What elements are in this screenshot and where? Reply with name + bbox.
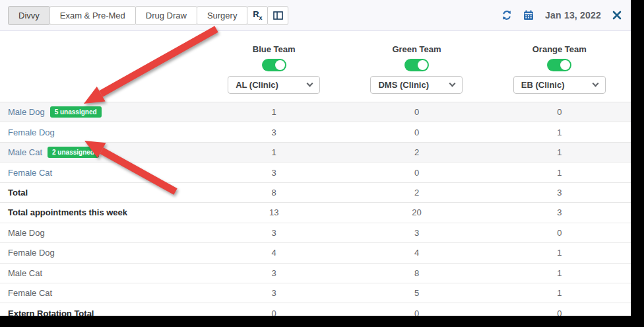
cell-value: 1 (203, 107, 345, 117)
team-select-green[interactable]: DMS (Clinic) (370, 76, 463, 94)
tab-drug-draw[interactable]: Drug Draw (135, 6, 197, 25)
table-row[interactable]: Male Cat381 (0, 264, 631, 283)
calendar-button[interactable] (523, 10, 534, 20)
chevron-down-icon (449, 81, 456, 87)
cell-value: 3 (488, 188, 631, 198)
screenshot-border-right (631, 0, 644, 327)
cell-value: 3 (203, 268, 345, 278)
refresh-button[interactable] (501, 10, 512, 20)
cell-value: 4 (203, 248, 345, 258)
unassigned-badge: 2 unassigned (48, 147, 99, 158)
table-row[interactable]: Female Cat301 (0, 163, 631, 182)
table-row[interactable]: Male Dog5 unassigned100 (0, 102, 631, 122)
cell-value: 0 (345, 107, 488, 117)
divvy-table: Blue Team AL (Clinic) Green Team DMS (Cl… (0, 31, 631, 324)
team-column-orange: Orange Team EB (Clinic) (488, 44, 631, 94)
table-row[interactable]: Male Dog330 (0, 223, 631, 243)
cell-value: 3 (203, 168, 345, 178)
cell-value: 0 (488, 228, 631, 238)
team-select-orange[interactable]: EB (Clinic) (513, 76, 606, 94)
calendar-icon (523, 10, 534, 20)
tab-exam-pre-med[interactable]: Exam & Pre-Med (49, 6, 136, 25)
row-label[interactable]: Female Dog (8, 127, 55, 137)
table-row[interactable]: Female Dog441 (0, 243, 631, 263)
rx-icon: Rx (253, 10, 262, 21)
rx-button[interactable]: Rx (247, 6, 268, 25)
team-column-blue: Blue Team AL (Clinic) (203, 44, 345, 94)
toggle-knob (560, 60, 570, 70)
cell-value: 3 (488, 207, 631, 217)
label-column-spacer (0, 44, 203, 94)
cell-value: 0 (345, 127, 488, 137)
cell-value: 3 (203, 288, 345, 298)
table-row[interactable]: Male Cat2 unassigned121 (0, 143, 631, 163)
cell-value: 1 (488, 268, 631, 278)
columns-icon (273, 11, 283, 20)
cell-value: 3 (203, 228, 345, 238)
team-name: Orange Team (532, 44, 587, 54)
row-label: Male Cat (8, 268, 42, 278)
team-column-green: Green Team DMS (Clinic) (345, 44, 488, 94)
cell-value: 1 (488, 288, 631, 298)
columns-button[interactable] (267, 6, 288, 25)
table-body: Male Dog5 unassigned100Female Dog301Male… (0, 102, 631, 324)
tab-surgery[interactable]: Surgery (197, 6, 248, 25)
cell-value: 1 (488, 248, 631, 258)
selected-option: EB (Clinic) (521, 80, 565, 90)
row-label-cell: Total (0, 188, 203, 198)
row-label: Female Cat (8, 288, 52, 298)
close-button[interactable] (612, 11, 622, 20)
row-label-cell: Male Dog5 unassigned (0, 106, 203, 118)
cell-value: 1 (488, 147, 631, 157)
app-window: Divvy Exam & Pre-Med Drug Draw Surgery R… (0, 0, 644, 327)
cell-value: 8 (203, 188, 345, 198)
cell-value: 1 (488, 168, 631, 178)
cell-value: 3 (203, 127, 345, 137)
row-label: Female Dog (8, 248, 55, 258)
row-label-cell: Female Cat (0, 168, 203, 178)
row-label[interactable]: Male Dog (8, 107, 45, 117)
tab-group: Divvy Exam & Pre-Med Drug Draw Surgery R… (8, 6, 288, 25)
cell-value: 2 (345, 147, 488, 157)
cell-value: 1 (203, 147, 345, 157)
selected-option: DMS (Clinic) (378, 80, 429, 90)
table-row[interactable]: Total appointments this week13203 (0, 203, 631, 223)
selected-option: AL (Clinic) (236, 80, 278, 90)
row-label-cell: Female Cat (0, 288, 203, 298)
unassigned-badge: 5 unassigned (50, 106, 102, 118)
toggle-knob (275, 60, 285, 70)
cell-value: 13 (203, 207, 345, 217)
cell-value: 3 (345, 228, 488, 238)
chevron-down-icon (592, 81, 598, 87)
cell-value: 5 (345, 288, 488, 298)
row-label[interactable]: Female Cat (8, 168, 52, 178)
table-row[interactable]: Female Dog301 (0, 122, 631, 142)
row-label-cell: Male Dog (0, 228, 203, 238)
row-label: Male Dog (8, 228, 45, 238)
row-label: Total (8, 188, 28, 198)
screenshot-border-bottom (0, 316, 644, 327)
toolbar: Divvy Exam & Pre-Med Drug Draw Surgery R… (0, 0, 631, 31)
row-label: Total appointments this week (8, 207, 127, 217)
date-label: Jan 13, 2022 (545, 10, 601, 20)
row-label-cell: Female Dog (0, 248, 203, 258)
table-row[interactable]: Total823 (0, 183, 631, 203)
team-select-blue[interactable]: AL (Clinic) (228, 76, 320, 94)
tab-divvy[interactable]: Divvy (8, 6, 50, 25)
close-icon (612, 11, 622, 20)
row-label-cell: Total appointments this week (0, 207, 203, 217)
team-name: Green Team (392, 44, 441, 54)
cell-value: 4 (345, 248, 488, 258)
toolbar-right: Jan 13, 2022 (501, 10, 622, 20)
team-toggle-green[interactable] (404, 59, 429, 71)
row-label-cell: Female Dog (0, 127, 203, 137)
team-toggle-blue[interactable] (262, 59, 286, 71)
team-toggle-orange[interactable] (547, 59, 571, 71)
cell-value: 0 (488, 107, 631, 117)
table-header: Blue Team AL (Clinic) Green Team DMS (Cl… (0, 31, 631, 102)
refresh-icon (501, 10, 512, 20)
row-label[interactable]: Male Cat (8, 147, 42, 157)
cell-value: 2 (345, 188, 488, 198)
table-row[interactable]: Female Cat351 (0, 283, 631, 303)
cell-value: 20 (345, 207, 488, 217)
